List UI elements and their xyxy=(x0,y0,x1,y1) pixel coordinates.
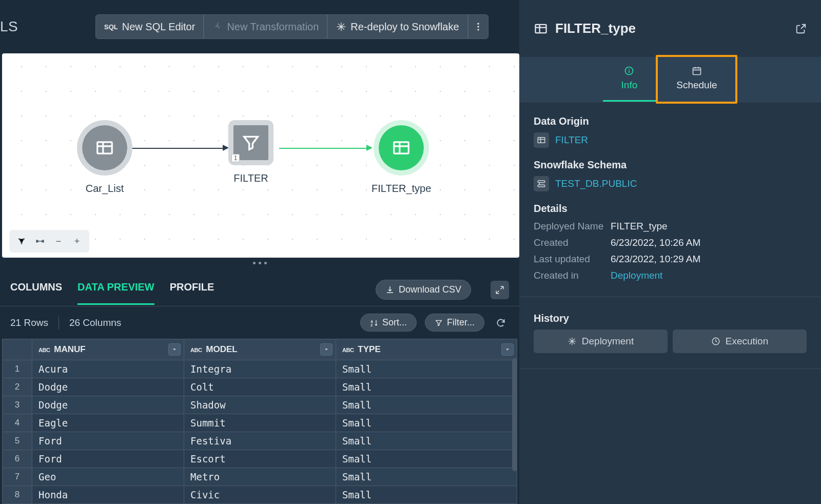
row-number: 6 xyxy=(3,450,32,468)
table-row[interactable]: 8HondaCivicSmall xyxy=(3,486,517,504)
row-number: 5 xyxy=(3,432,32,450)
table-cell: Festiva xyxy=(184,432,336,450)
new-sql-editor-button[interactable]: SQL New SQL Editor xyxy=(95,14,204,39)
column-menu-button[interactable] xyxy=(501,343,514,356)
column-count: 26 Columns xyxy=(69,317,121,328)
node-label: FILTER xyxy=(233,172,268,184)
open-external-button[interactable] xyxy=(795,23,807,34)
new-transformation-button[interactable]: New Transformation xyxy=(204,14,327,39)
node-filter[interactable]: 1 FILTER xyxy=(228,120,273,184)
vertical-scrollbar[interactable] xyxy=(512,358,517,471)
section-title: Data Origin xyxy=(534,115,807,127)
chevron-down-icon xyxy=(171,346,178,353)
table-cell: Integra xyxy=(184,360,336,378)
section-data-origin: Data Origin FILTER xyxy=(534,115,807,148)
history-execution-button[interactable]: Execution xyxy=(673,329,807,353)
row-number: 2 xyxy=(3,378,32,396)
table-cell: Civic xyxy=(184,486,336,504)
table-cell: Escort xyxy=(184,450,336,468)
inspector-header: FILTER_type xyxy=(519,0,821,57)
table-row[interactable]: 1AcuraIntegraSmall xyxy=(3,360,517,378)
pin-icon xyxy=(212,22,223,32)
canvas-controls: − + xyxy=(9,230,89,253)
history-deployment-button[interactable]: Deployment xyxy=(534,329,668,353)
layout-fit-button[interactable] xyxy=(13,233,30,249)
inspector-title: FILTER_type xyxy=(555,21,788,36)
expand-icon xyxy=(495,285,504,295)
table-cell: Acura xyxy=(32,360,184,378)
zoom-out-button[interactable]: − xyxy=(50,233,67,249)
column-menu-button[interactable] xyxy=(168,343,181,356)
sql-icon: SQL xyxy=(104,23,118,31)
row-number: 1 xyxy=(3,360,32,378)
node-filter-type[interactable]: FILTER_type xyxy=(372,120,431,195)
created-in-link[interactable]: Deployment xyxy=(611,270,807,281)
section-title: Snowflake Schema xyxy=(534,159,807,171)
node-car-list[interactable]: Car_List xyxy=(77,120,132,195)
refresh-icon xyxy=(496,318,506,328)
page-label: LS xyxy=(0,18,95,35)
expand-button[interactable] xyxy=(491,281,509,299)
tab-info[interactable]: Info xyxy=(603,57,656,102)
node-label: FILTER_type xyxy=(372,183,431,195)
fit-width-button[interactable] xyxy=(32,233,48,249)
svg-point-2 xyxy=(477,29,479,30)
table-cell: Honda xyxy=(32,486,184,504)
table-icon xyxy=(95,138,114,158)
redeploy-snowflake-button[interactable]: Re-deploy to Snowflake xyxy=(327,14,467,39)
tab-columns[interactable]: COLUMNS xyxy=(10,281,62,305)
more-vertical-icon xyxy=(473,22,483,32)
toolbar-more-button[interactable] xyxy=(468,14,488,39)
tab-profile[interactable]: PROFILE xyxy=(170,281,214,305)
table-cell: Small xyxy=(336,414,517,432)
column-header-manuf[interactable]: ABCMANUF xyxy=(32,339,184,360)
svg-point-12 xyxy=(629,69,630,70)
table-row[interactable]: 3DodgeShadowSmall xyxy=(3,396,517,414)
table-cell: Dodge xyxy=(32,378,184,396)
row-number: 7 xyxy=(3,468,32,486)
table-row[interactable]: 7GeoMetroSmall xyxy=(3,468,517,486)
updated-value: 6/23/2022, 10:29 AM xyxy=(611,254,807,265)
table-cell: Metro xyxy=(184,468,336,486)
filter-button[interactable]: Filter... xyxy=(425,314,484,332)
table-cell: Small xyxy=(336,378,517,396)
chevron-down-icon xyxy=(504,346,511,353)
tab-schedule[interactable]: Schedule xyxy=(656,55,737,104)
data-origin-link[interactable]: FILTER xyxy=(555,134,588,146)
svg-text:Z: Z xyxy=(370,323,373,326)
sort-button[interactable]: AZ Sort... xyxy=(360,314,417,332)
divider xyxy=(519,369,821,369)
resize-handle[interactable] xyxy=(0,258,519,268)
table-cell: Summit xyxy=(184,414,336,432)
toolbar-button-group: SQL New SQL Editor New Transformation Re… xyxy=(95,14,488,39)
tab-data-preview[interactable]: DATA PREVIEW xyxy=(77,281,154,305)
table-row[interactable]: 5FordFestivaSmall xyxy=(3,432,517,450)
info-icon xyxy=(624,66,634,76)
svg-point-0 xyxy=(477,23,479,25)
row-number: 4 xyxy=(3,414,32,432)
bottom-section: COLUMNS DATA PREVIEW PROFILE Download CS… xyxy=(0,268,519,504)
graph-canvas[interactable]: Car_List 1 FILTER FILTER_type − + xyxy=(2,53,519,258)
column-header-model[interactable]: ABCMODEL xyxy=(184,339,336,360)
table-row[interactable]: 2DodgeColtSmall xyxy=(3,378,517,396)
row-count: 21 Rows xyxy=(10,317,48,328)
zoom-in-button[interactable]: + xyxy=(69,233,85,249)
inspector-panel: FILTER_type Info Schedule Data Origin FI… xyxy=(519,0,821,504)
download-csv-button[interactable]: Download CSV xyxy=(376,280,471,300)
divider xyxy=(519,297,821,297)
updated-label: Last updated xyxy=(534,254,611,265)
column-menu-button[interactable] xyxy=(320,343,333,356)
row-number: 8 xyxy=(3,486,32,504)
deployed-name-value: FILTER_type xyxy=(611,221,807,232)
table-row[interactable]: 6FordEscortSmall xyxy=(3,450,517,468)
schema-link[interactable]: TEST_DB.PUBLIC xyxy=(555,178,637,189)
inspector-tabs: Info Schedule xyxy=(519,57,821,102)
external-link-icon xyxy=(795,23,807,34)
svg-rect-14 xyxy=(538,138,545,143)
refresh-button[interactable] xyxy=(493,315,509,331)
table-row[interactable]: 4EagleSummitSmall xyxy=(3,414,517,432)
svg-text:A: A xyxy=(370,320,373,323)
svg-rect-13 xyxy=(693,68,700,74)
column-header-type[interactable]: ABCTYPE xyxy=(336,339,517,360)
inspector-body: Data Origin FILTER Snowflake Schema TEST… xyxy=(519,102,821,386)
